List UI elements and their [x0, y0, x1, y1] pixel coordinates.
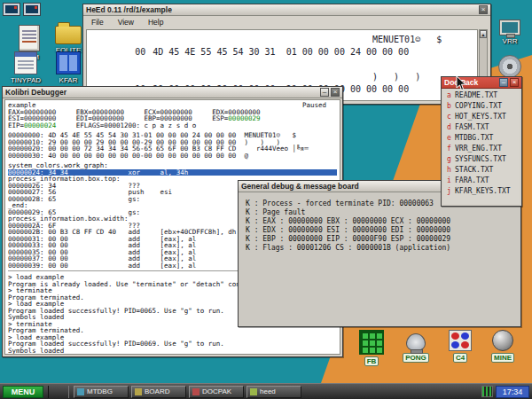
pong-icon [406, 333, 426, 351]
debugger-titlebar[interactable]: Kolibri Debugger – × [3, 87, 342, 98]
taskbar-divider [48, 386, 69, 398]
menu-item[interactable]: View [118, 18, 134, 27]
icon-label: KFAR [59, 76, 78, 84]
close-icon[interactable]: × [479, 5, 488, 14]
status-badge: Paused [302, 102, 326, 109]
file-name: VRR_ENG.TXT [455, 145, 502, 153]
hotkey-letter: g [447, 155, 455, 163]
file-name: MTDBG.TXT [455, 134, 493, 142]
file-name: HOT_KEYS.TXT [455, 113, 506, 121]
task-button-row: MTDBG BOARD DOCPAK heed [74, 386, 301, 398]
fasm-document-icon [19, 25, 40, 51]
memory-dump: 00000000: 4D 45 4E 55 45 54 30 31-01 00 … [8, 132, 337, 159]
c4-icon [449, 330, 472, 351]
docpak-window: Doc Pack – × aREADME.TXT bCOPYING.TXT cH… [441, 76, 522, 207]
icon-label: C4 [453, 353, 467, 363]
doc-file-item[interactable]: dFASM.TXT [447, 123, 520, 134]
dump-line: 00000030: 40 00 00 00 00 00 00 00-00 00 … [8, 153, 337, 160]
file-name: SYSFUNCS.TXT [455, 155, 506, 163]
doc-file-item[interactable]: fVRR_ENG.TXT [447, 145, 520, 155]
window-title: Kolibri Debugger [5, 88, 318, 97]
doc-file-item[interactable]: gSYSFUNCS.TXT [447, 155, 520, 166]
desktop-icon-fb[interactable]: FB [351, 330, 392, 366]
disk-icon [498, 55, 521, 78]
fb-grid-icon [359, 330, 384, 355]
desktop-icon-tinypad[interactable]: TINYPAD [5, 51, 46, 84]
heed-menubar: FileViewHelp [83, 16, 490, 27]
file-name: COPYING.TXT [455, 102, 502, 110]
task-button[interactable]: BOARD [131, 386, 186, 398]
hotkey-letter: j [447, 187, 455, 195]
mouse-cursor-icon [456, 75, 467, 91]
minimize-icon[interactable]: – [499, 78, 508, 87]
board-line: K : Flags : 00001206 CS : 0000001B (appl… [246, 244, 517, 253]
mini-monitor-icon-1[interactable] [3, 3, 20, 16]
task-button[interactable]: MTDBG [74, 386, 129, 398]
heed-titlebar[interactable]: HeEd 0.11 /rd/1/example × [83, 4, 490, 16]
eip-value: 00000024 [24, 121, 56, 129]
doc-file-item[interactable]: iFARA.TXT [447, 176, 520, 187]
menu-item[interactable]: Help [148, 18, 163, 27]
doc-file-item[interactable]: cHOT_KEYS.TXT [447, 113, 520, 123]
menu-item[interactable]: File [91, 18, 104, 27]
window-title: Doc Pack [444, 78, 497, 87]
task-icon [77, 388, 84, 395]
monitor-icon [499, 20, 520, 35]
clock[interactable]: 17:34 [496, 386, 529, 398]
hotkey-letter: e [447, 134, 455, 142]
esp-value: 00000029 [228, 114, 260, 122]
window-title: HeEd 0.11 /rd/1/example [86, 5, 477, 14]
icon-label: MINE [491, 353, 514, 363]
icon-label: FB [364, 356, 379, 366]
board-line: K : EAX : 00000000 EBX : 00000000 ECX : … [246, 217, 517, 226]
board-line: K : Page fault [246, 208, 517, 217]
doc-file-item[interactable]: jKFAR_KEYS.TXT [447, 187, 520, 198]
doc-file-item[interactable]: bCOPYING.TXT [447, 102, 520, 113]
task-button[interactable]: heed [246, 386, 301, 398]
file-manager-icon [56, 51, 81, 74]
desktop-icon-unlabeled[interactable] [489, 55, 530, 78]
icon-label: PONG [403, 353, 429, 363]
mini-monitor-icon-2[interactable] [23, 3, 41, 16]
file-name: FASM.TXT [455, 123, 489, 131]
register-row: EIP=00000024 EFLAGS=00001200: c p a z s … [8, 122, 337, 129]
file-name: STACK.TXT [455, 166, 493, 174]
folder-icon [55, 26, 82, 44]
hotkey-letter: c [447, 113, 455, 121]
notepad-icon [14, 51, 37, 74]
mini-screen [5, 5, 18, 13]
hotkey-letter: f [447, 145, 455, 153]
board-line: K : EBP : 00000000 EIP : 00000F90 ESP : … [246, 235, 517, 244]
task-icon [192, 388, 200, 395]
hotkey-letter: a [447, 91, 455, 99]
task-icon [135, 388, 142, 395]
task-button[interactable]: DOCPAK [189, 386, 244, 398]
desktop-icon-mine[interactable]: MINE [482, 330, 523, 363]
log-line: Symbols loaded [8, 348, 337, 355]
doc-file-item[interactable]: eMTDBG.TXT [447, 134, 520, 145]
doc-file-item[interactable]: hSTACK.TXT [447, 166, 520, 176]
minimize-icon[interactable]: – [320, 88, 329, 97]
desktop-icon-c4[interactable]: C4 [440, 330, 481, 363]
icon-label: VRR [503, 37, 518, 45]
menu-button[interactable]: MENU [3, 386, 43, 398]
close-icon[interactable]: × [510, 78, 519, 87]
board-line: K : EDX : 00000000 ESI : 00000000 EDI : … [246, 226, 517, 235]
mine-icon [492, 330, 513, 351]
hotkey-letter: b [447, 102, 455, 110]
scroll-up-icon[interactable]: ▲ [480, 30, 487, 38]
hex-row: 004D 45 4E 55 45 54 30 31 01 00 00 00 24… [92, 34, 477, 71]
file-name: KFAR_KEYS.TXT [455, 187, 511, 195]
hotkey-letter: h [447, 166, 455, 174]
desktop-icon-pong[interactable]: PONG [395, 330, 436, 363]
cpu-monitor-icon[interactable] [481, 386, 493, 397]
file-name: FARA.TXT [455, 176, 489, 184]
doc-file-item[interactable]: aREADME.TXT [447, 91, 520, 102]
file-name: README.TXT [455, 91, 497, 99]
desktop-icon-vrr[interactable]: VRR [489, 20, 530, 45]
docpak-titlebar[interactable]: Doc Pack – × [442, 77, 521, 89]
close-icon[interactable]: × [331, 88, 340, 97]
hotkey-letter: i [447, 176, 455, 184]
doc-file-list: aREADME.TXT bCOPYING.TXT cHOT_KEYS.TXT d… [443, 89, 520, 204]
icon-label: TINYPAD [11, 76, 41, 84]
